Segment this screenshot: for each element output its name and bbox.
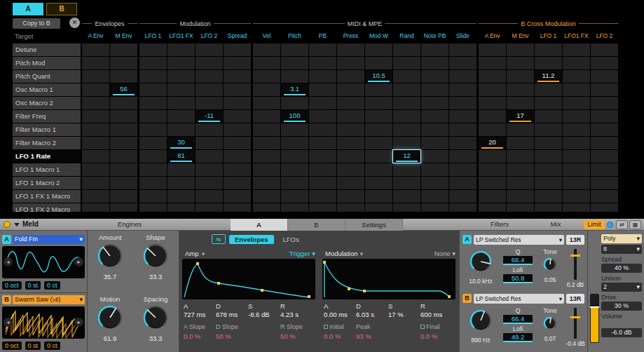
column-header[interactable]: Pitch xyxy=(281,31,308,41)
matrix-cell[interactable] xyxy=(110,163,137,176)
shape-knob[interactable] xyxy=(142,243,169,269)
amp-r-slope-value[interactable]: 50 % xyxy=(280,332,313,340)
matrix-cell[interactable] xyxy=(393,97,420,109)
matrix-cell[interactable] xyxy=(224,57,251,69)
matrix-cell[interactable] xyxy=(591,123,618,136)
matrix-cell[interactable] xyxy=(365,57,392,69)
matrix-cell[interactable] xyxy=(393,137,420,149)
matrix-cell[interactable] xyxy=(167,57,195,69)
matrix-cell[interactable] xyxy=(82,57,109,69)
osc-a-engine-select[interactable]: Fold Fm ▾ xyxy=(13,235,85,244)
amp-release-value[interactable]: 4.23 s xyxy=(280,311,313,318)
matrix-cell[interactable] xyxy=(393,190,420,203)
matrix-cell[interactable] xyxy=(479,70,506,83)
matrix-cell[interactable] xyxy=(393,123,420,136)
matrix-cell[interactable]: 100 xyxy=(281,110,308,123)
matrix-cell[interactable] xyxy=(139,137,167,149)
mod-attack-value[interactable]: 0.00 ms xyxy=(324,311,356,318)
matrix-cell[interactable] xyxy=(393,43,420,56)
filter-b-gain-value[interactable]: -0.4 dB xyxy=(565,340,586,347)
target-row[interactable]: Filter Macro 1 xyxy=(13,123,81,136)
column-header[interactable]: Spread xyxy=(224,31,251,41)
osc-a-prev-engine-button[interactable]: ◂ xyxy=(4,257,13,266)
matrix-cell[interactable] xyxy=(393,70,420,83)
matrix-cell[interactable] xyxy=(82,123,109,136)
matrix-cell[interactable] xyxy=(449,110,477,123)
matrix-cell[interactable] xyxy=(281,70,308,83)
column-header[interactable]: A Env xyxy=(479,31,506,41)
matrix-cell[interactable] xyxy=(139,70,167,83)
matrix-cell[interactable] xyxy=(253,190,280,203)
column-header[interactable]: M Env xyxy=(507,31,534,41)
matrix-cell[interactable] xyxy=(167,43,195,56)
matrix-cell[interactable] xyxy=(507,43,534,56)
matrix-cell[interactable] xyxy=(167,70,195,83)
matrix-cell[interactable] xyxy=(507,137,534,149)
amount-knob[interactable] xyxy=(97,243,123,269)
matrix-cell[interactable] xyxy=(393,163,420,176)
matrix-cell[interactable] xyxy=(393,177,420,189)
matrix-cell[interactable] xyxy=(337,57,364,69)
osc-a-semitone-field[interactable]: 0 st xyxy=(25,281,41,290)
filter-b-tone-knob[interactable] xyxy=(542,316,558,331)
matrix-cell[interactable]: 30 xyxy=(167,137,195,149)
matrix-cell[interactable] xyxy=(421,110,448,123)
matrix-cell[interactable] xyxy=(479,110,506,123)
matrix-cell[interactable] xyxy=(224,110,251,123)
filter-a-lofi-value[interactable]: 50.8 xyxy=(503,274,533,283)
matrix-cell[interactable] xyxy=(167,110,195,123)
matrix-cell[interactable] xyxy=(535,150,562,163)
matrix-cell[interactable] xyxy=(337,83,364,96)
matrix-cell[interactable] xyxy=(139,150,167,163)
matrix-cell[interactable] xyxy=(449,123,477,136)
matrix-cell[interactable] xyxy=(309,43,336,56)
matrix-cell[interactable]: 10.5 xyxy=(365,70,392,83)
matrix-cell[interactable] xyxy=(281,163,308,176)
matrix-cell[interactable] xyxy=(591,137,618,149)
unison-select[interactable]: 2 ▾ xyxy=(601,283,642,292)
matrix-cell[interactable] xyxy=(563,177,590,189)
matrix-view-indicator[interactable] xyxy=(607,222,613,228)
matrix-cell[interactable] xyxy=(563,97,590,109)
matrix-cell[interactable] xyxy=(421,163,448,176)
matrix-cell[interactable] xyxy=(167,177,195,189)
matrix-cell[interactable] xyxy=(563,43,590,56)
matrix-cell[interactable]: 81 xyxy=(167,150,195,163)
matrix-cell[interactable] xyxy=(309,190,336,203)
filter-a-freq-value[interactable]: 10.0 kHz xyxy=(461,278,500,285)
matrix-cell[interactable] xyxy=(563,190,590,203)
column-header[interactable]: M Env xyxy=(110,31,137,41)
matrix-cell[interactable] xyxy=(139,190,167,203)
matrix-cell[interactable] xyxy=(139,177,167,189)
matrix-cell[interactable] xyxy=(309,163,336,176)
matrix-cell[interactable] xyxy=(535,43,562,56)
preset-grid-icon[interactable]: ▦ xyxy=(629,220,641,229)
matrix-cell[interactable]: 20 xyxy=(479,137,506,149)
matrix-cell[interactable] xyxy=(449,203,477,212)
matrix-cell[interactable] xyxy=(337,43,364,56)
matrix-cell[interactable] xyxy=(507,83,534,96)
matrix-cell[interactable] xyxy=(421,57,448,69)
filter-a-gain-value[interactable]: 0.2 dB xyxy=(565,281,586,288)
matrix-cell[interactable] xyxy=(253,177,280,189)
matrix-cell[interactable] xyxy=(507,163,534,176)
matrix-cell[interactable] xyxy=(365,203,392,212)
matrix-cell[interactable] xyxy=(139,163,167,176)
amp-d-slope-value[interactable]: 50 % xyxy=(216,332,248,340)
matrix-cell[interactable] xyxy=(535,190,562,203)
matrix-cell[interactable] xyxy=(449,70,477,83)
column-header[interactable]: Slide xyxy=(449,31,477,41)
matrix-cell[interactable] xyxy=(309,97,336,109)
column-header[interactable]: Vel xyxy=(253,31,280,41)
matrix-cell[interactable] xyxy=(591,97,618,109)
matrix-cell[interactable] xyxy=(449,97,477,109)
matrix-cell[interactable]: 3.1 xyxy=(281,83,308,96)
matrix-cell[interactable] xyxy=(196,203,223,212)
volume-fader[interactable] xyxy=(590,294,599,343)
mod-initial-value[interactable]: 0.0 % xyxy=(324,332,356,340)
matrix-cell[interactable] xyxy=(337,70,364,83)
target-row[interactable]: Detune xyxy=(13,43,81,56)
tab-a[interactable]: A xyxy=(231,219,288,231)
matrix-cell[interactable] xyxy=(196,177,223,189)
matrix-cell[interactable] xyxy=(110,150,137,163)
